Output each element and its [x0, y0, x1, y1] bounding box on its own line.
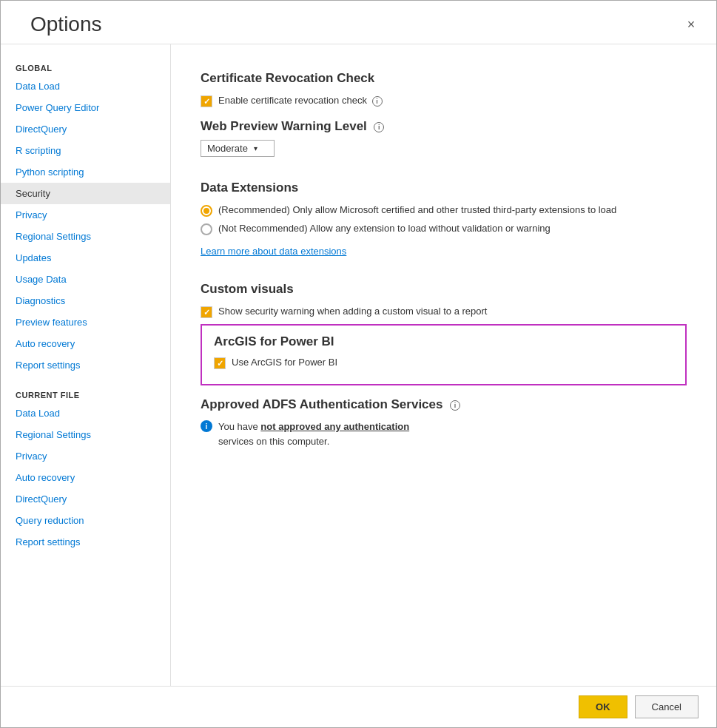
content-scroll[interactable]: Certificate Revocation Check Enable cert… — [171, 44, 716, 686]
sidebar: GLOBAL Data Load Power Query Editor Dire… — [1, 44, 171, 686]
cert-checkbox-icon[interactable] — [201, 95, 212, 107]
sidebar-item-cf-auto-recovery[interactable]: Auto recovery — [1, 467, 170, 488]
radio-recommended[interactable] — [201, 205, 212, 217]
sidebar-item-power-query-editor[interactable]: Power Query Editor — [1, 97, 170, 118]
options-dialog: Options × GLOBAL Data Load Power Query E… — [0, 0, 717, 728]
sidebar-item-preview-features[interactable]: Preview features — [1, 311, 170, 333]
close-button[interactable]: × — [681, 14, 701, 35]
sidebar-item-regional-settings[interactable]: Regional Settings — [1, 226, 170, 247]
global-section-label: GLOBAL — [1, 56, 170, 75]
sidebar-item-cf-report-settings[interactable]: Report settings — [1, 531, 170, 553]
sidebar-item-cf-directquery[interactable]: DirectQuery — [1, 488, 170, 510]
sidebar-item-data-load[interactable]: Data Load — [1, 75, 170, 97]
sidebar-item-python-scripting[interactable]: Python scripting — [1, 161, 170, 183]
sidebar-item-cf-regional-settings[interactable]: Regional Settings — [1, 424, 170, 445]
sidebar-item-security[interactable]: Security — [1, 183, 170, 204]
sidebar-item-privacy[interactable]: Privacy — [1, 204, 170, 226]
web-preview-title: Web Preview Warning Level — [201, 119, 367, 133]
radio-not-recommended[interactable] — [201, 223, 212, 235]
adfs-info-icon: i — [450, 400, 460, 411]
radio-row-recommended: (Recommended) Only allow Microsoft certi… — [201, 204, 687, 217]
custom-visuals-label: Show security warning when adding a cust… — [218, 306, 487, 317]
adfs-title: Approved ADFS Authentication Services — [201, 397, 442, 411]
cancel-button[interactable]: Cancel — [635, 695, 699, 718]
cert-checkbox-row: Enable certificate revocation check i — [201, 95, 687, 107]
sidebar-item-auto-recovery-global[interactable]: Auto recovery — [1, 333, 170, 354]
radio-recommended-label: (Recommended) Only allow Microsoft certi… — [218, 204, 616, 215]
arcgis-checkbox-label: Use ArcGIS for Power BI — [232, 357, 337, 368]
data-extensions-title: Data Extensions — [201, 181, 687, 195]
dialog-body: GLOBAL Data Load Power Query Editor Dire… — [1, 44, 716, 686]
sidebar-item-diagnostics[interactable]: Diagnostics — [1, 290, 170, 311]
arcgis-checkbox-row: Use ArcGIS for Power BI — [214, 357, 673, 369]
sidebar-item-cf-privacy[interactable]: Privacy — [1, 445, 170, 467]
dialog-footer: OK Cancel — [1, 686, 716, 727]
cert-info-icon: i — [372, 96, 383, 107]
arcgis-checkbox[interactable] — [214, 357, 226, 369]
main-content: Certificate Revocation Check Enable cert… — [171, 44, 716, 686]
web-preview-info-icon: i — [374, 122, 384, 132]
sidebar-item-cf-data-load[interactable]: Data Load — [1, 402, 170, 424]
adfs-info-text: You have not approved any authentication… — [218, 419, 409, 448]
arcgis-title: ArcGIS for Power BI — [214, 334, 673, 349]
dialog-title: Options — [30, 13, 102, 36]
sidebar-item-r-scripting[interactable]: R scripting — [1, 140, 170, 161]
radio-recommended-inner — [203, 208, 209, 214]
custom-visuals-title: Custom visuals — [201, 282, 687, 297]
web-preview-dropdown[interactable]: Moderate ▾ — [201, 140, 275, 157]
cert-checkbox-label: Enable certificate revocation check i — [218, 95, 383, 107]
adfs-info-row: i You have not approved any authenticati… — [201, 419, 687, 448]
arcgis-box: ArcGIS for Power BI Use ArcGIS for Power… — [201, 324, 687, 385]
radio-row-not-recommended: (Not Recommended) Allow any extension to… — [201, 223, 687, 235]
ok-button[interactable]: OK — [579, 695, 627, 718]
dialog-titlebar: Options × — [1, 1, 716, 36]
current-file-section-label: CURRENT FILE — [1, 383, 170, 402]
learn-more-link[interactable]: Learn more about data extensions — [201, 246, 346, 257]
radio-not-recommended-label: (Not Recommended) Allow any extension to… — [218, 223, 551, 234]
cert-section-title: Certificate Revocation Check — [201, 71, 687, 86]
custom-visuals-checkbox-row: Show security warning when adding a cust… — [201, 306, 687, 318]
custom-visuals-checkbox[interactable] — [201, 306, 212, 318]
sidebar-item-report-settings-global[interactable]: Report settings — [1, 354, 170, 376]
sidebar-item-updates[interactable]: Updates — [1, 247, 170, 269]
sidebar-item-directquery[interactable]: DirectQuery — [1, 118, 170, 140]
dropdown-arrow-icon: ▾ — [254, 144, 257, 152]
adfs-info-circle: i — [201, 420, 212, 432]
sidebar-item-cf-query-reduction[interactable]: Query reduction — [1, 510, 170, 531]
sidebar-item-usage-data[interactable]: Usage Data — [1, 269, 170, 290]
